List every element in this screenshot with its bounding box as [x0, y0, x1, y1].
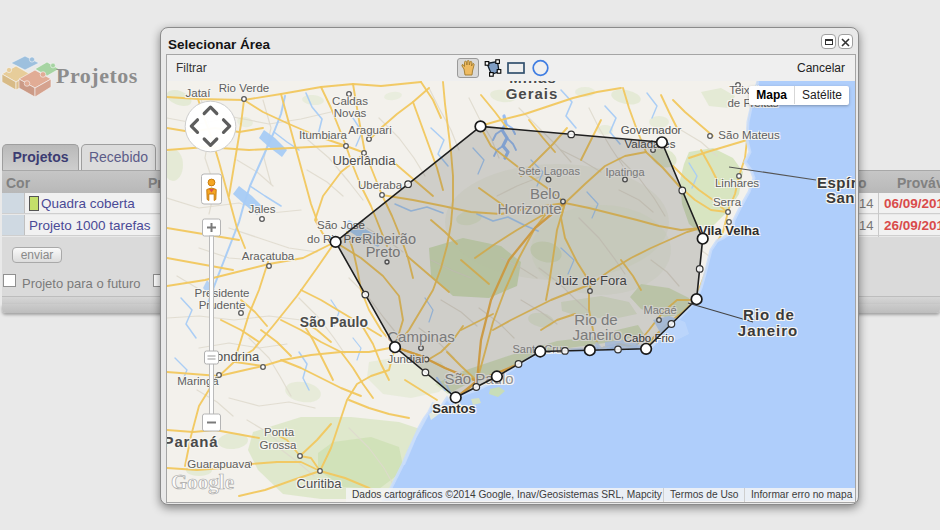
svg-text:Rio Verde: Rio Verde — [219, 82, 270, 94]
svg-text:Janeiro: Janeiro — [738, 322, 798, 339]
svg-text:Santo: Santo — [826, 189, 855, 206]
svg-text:Linhares: Linhares — [715, 177, 759, 189]
svg-text:Presidente: Presidente — [195, 287, 250, 299]
svg-text:Araçatuba: Araçatuba — [242, 250, 295, 262]
svg-text:Uberaba: Uberaba — [358, 179, 403, 191]
svg-text:São Paulo: São Paulo — [300, 315, 369, 330]
svg-text:Caldas: Caldas — [332, 95, 368, 107]
svg-text:Jataí: Jataí — [186, 87, 212, 99]
svg-text:Novas: Novas — [334, 107, 367, 119]
svg-text:Itumbiara: Itumbiara — [299, 129, 348, 141]
svg-text:Governador: Governador — [621, 124, 682, 136]
svg-text:Grossa: Grossa — [259, 439, 297, 451]
svg-text:Guarapuava: Guarapuava — [187, 458, 251, 470]
svg-text:Minas: Minas — [509, 81, 557, 86]
svg-text:Serra: Serra — [713, 196, 742, 208]
svg-text:São Mateus: São Mateus — [718, 129, 780, 141]
svg-text:Gerais: Gerais — [506, 85, 559, 102]
svg-text:Jales: Jales — [249, 203, 276, 215]
svg-text:Ponta: Ponta — [264, 426, 295, 438]
svg-text:Araguari: Araguari — [348, 124, 391, 136]
svg-text:Prudente: Prudente — [199, 299, 246, 311]
svg-text:Rio de: Rio de — [743, 306, 795, 323]
svg-text:Uberlândia: Uberlândia — [333, 153, 397, 168]
svg-text:Paraná: Paraná — [167, 433, 218, 450]
